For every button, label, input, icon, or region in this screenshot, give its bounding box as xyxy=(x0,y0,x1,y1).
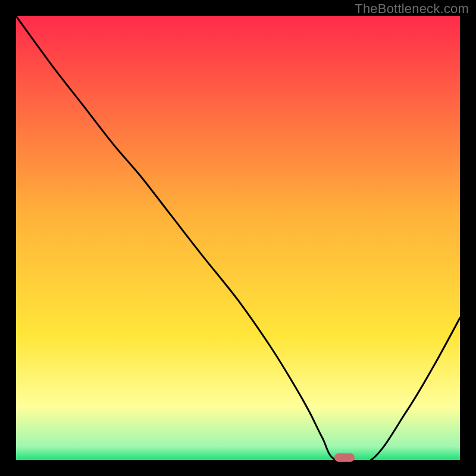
chart-frame: TheBottleneck.com xyxy=(0,0,476,476)
optimal-marker xyxy=(334,453,355,462)
bottleneck-curve xyxy=(16,16,460,460)
watermark-text: TheBottleneck.com xyxy=(355,1,469,17)
plot-area xyxy=(16,16,460,460)
